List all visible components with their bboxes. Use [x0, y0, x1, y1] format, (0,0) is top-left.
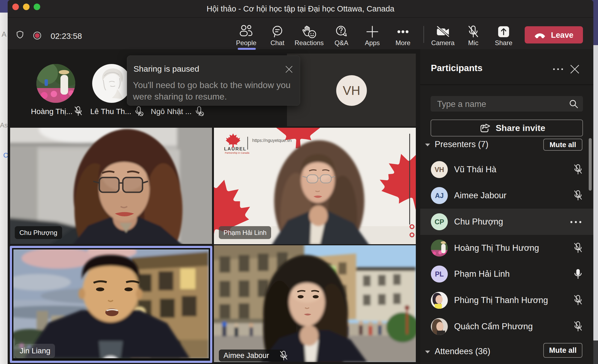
svg-text:https://nguyetque.vn: https://nguyetque.vn [252, 138, 292, 143]
svg-text:Partnership in Canada: Partnership in Canada [225, 152, 249, 154]
svg-text:LAUREL: LAUREL [224, 146, 246, 152]
